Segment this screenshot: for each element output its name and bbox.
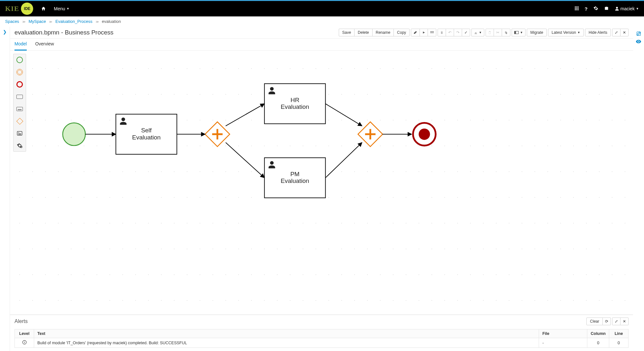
trash-icon[interactable] xyxy=(438,29,446,36)
edit-icon[interactable] xyxy=(633,31,644,37)
breadcrumb-current: evaluation xyxy=(102,19,121,24)
latest-version-button[interactable]: Latest Version▼ xyxy=(548,29,584,36)
palette-form-icon[interactable] xyxy=(16,130,23,137)
svg-rect-9 xyxy=(431,31,431,32)
svg-rect-11 xyxy=(433,31,433,32)
breadcrumb-link-myspace[interactable]: MySpace xyxy=(29,19,46,24)
flow-gateway-pm[interactable] xyxy=(226,143,264,178)
svg-point-26 xyxy=(21,147,22,147)
rename-button[interactable]: Rename xyxy=(372,29,394,36)
tab-model[interactable]: Model xyxy=(14,39,27,51)
svg-rect-7 xyxy=(576,9,577,10)
svg-rect-16 xyxy=(489,31,490,32)
svg-rect-3 xyxy=(575,8,576,9)
paste-icon[interactable] xyxy=(502,29,510,36)
alert-text: Build of module 'IT_Orders' (requested b… xyxy=(34,338,539,348)
alerts-close-icon[interactable]: ✕ xyxy=(620,318,629,325)
validate-icon[interactable]: ✓ xyxy=(462,29,470,36)
palette-end-event-icon[interactable] xyxy=(16,81,23,88)
alert-line: 0 xyxy=(609,338,629,348)
redo-icon[interactable]: ↷ xyxy=(454,29,462,36)
end-event[interactable] xyxy=(413,123,436,146)
breadcrumb-sep-icon: ≫ xyxy=(94,20,101,24)
copy-button[interactable]: Copy xyxy=(393,29,410,36)
alerts-title: Alerts xyxy=(14,318,28,324)
start-event[interactable] xyxy=(63,123,85,146)
clipboard-icon[interactable] xyxy=(486,29,494,36)
brand-logo[interactable]: KIE IDE xyxy=(5,3,33,15)
menu-label: Menu xyxy=(54,6,65,11)
migrate-button[interactable]: Migrate xyxy=(527,29,547,36)
flow-pm-join[interactable] xyxy=(326,143,362,178)
menu-dropdown[interactable]: Menu ▼ xyxy=(54,6,69,11)
alert-row[interactable]: Build of module 'IT_Orders' (requested b… xyxy=(15,338,629,348)
flow-gateway-hr[interactable] xyxy=(226,104,264,126)
cut-icon[interactable]: ✂ xyxy=(494,29,502,36)
palette-start-event-icon[interactable] xyxy=(16,57,23,63)
svg-rect-0 xyxy=(575,6,576,7)
palette-task-icon[interactable] xyxy=(16,95,23,99)
palette-gateway-icon[interactable] xyxy=(16,118,23,124)
view-mode-icon[interactable]: ▼ xyxy=(512,29,526,36)
navbar: KIE IDE Menu ▼ ? maciek ▼ xyxy=(0,1,644,16)
eraser-icon[interactable] xyxy=(411,29,420,36)
briefcase-icon[interactable] xyxy=(604,6,609,12)
page-title: evaluation.bpmn - Business Process xyxy=(14,29,113,36)
task-self-evaluation[interactable]: SelfEvaluation xyxy=(116,114,177,154)
home-icon[interactable] xyxy=(41,6,46,11)
breadcrumb-sep-icon: ≫ xyxy=(20,20,27,24)
info-icon xyxy=(15,338,34,348)
latest-version-label: Latest Version xyxy=(552,30,576,35)
palette xyxy=(13,54,26,152)
palette-intermediate-event-icon[interactable] xyxy=(16,69,23,75)
col-header-text: Text xyxy=(34,329,539,338)
close-icon[interactable]: ✕ xyxy=(620,29,629,36)
editor-toolbar: Save Delete Rename Copy ↶ ↷ ✓ ▼ xyxy=(339,29,629,36)
hide-alerts-button[interactable]: Hide Alerts xyxy=(585,29,611,36)
alerts-expand-icon[interactable]: ⤢ xyxy=(612,318,620,325)
palette-subprocess-icon[interactable] xyxy=(16,107,23,111)
breadcrumb-link-spaces[interactable]: Spaces xyxy=(5,19,19,24)
expand-icon[interactable]: ⤢ xyxy=(612,29,620,36)
flow-hr-join[interactable] xyxy=(326,104,362,126)
save-button[interactable]: Save xyxy=(339,29,355,36)
task-pm-evaluation[interactable]: PMEvaluation xyxy=(264,158,325,198)
col-header-level: Level xyxy=(15,329,34,338)
left-expand-icon[interactable]: ❯ xyxy=(3,29,7,34)
svg-rect-14 xyxy=(433,32,433,33)
alerts-table: Level Text File Column Line Build of mod… xyxy=(14,329,629,348)
delete-button[interactable]: Delete xyxy=(354,29,373,36)
tab-overview[interactable]: Overview xyxy=(35,39,54,50)
svg-rect-8 xyxy=(577,9,578,10)
svg-rect-6 xyxy=(575,9,576,10)
editor-tabs: Model Overview xyxy=(10,39,633,51)
col-header-column: Column xyxy=(587,329,609,338)
grid-icon[interactable] xyxy=(428,29,436,36)
user-menu[interactable]: maciek ▼ xyxy=(615,6,639,11)
svg-point-43 xyxy=(24,341,24,341)
task-hr-evaluation[interactable]: HREvaluation xyxy=(264,84,325,124)
alert-file: - xyxy=(539,338,587,348)
undo-icon[interactable]: ↶ xyxy=(446,29,454,36)
col-header-line: Line xyxy=(609,329,629,338)
apps-icon[interactable] xyxy=(574,6,579,12)
svg-rect-15 xyxy=(489,32,491,34)
svg-rect-20 xyxy=(515,31,516,34)
preview-eye-icon[interactable] xyxy=(633,39,644,44)
svg-point-40 xyxy=(419,128,430,140)
svg-rect-5 xyxy=(577,8,578,9)
breadcrumb-link-project[interactable]: Evaluation_Process xyxy=(55,19,92,24)
download-icon[interactable]: ▼ xyxy=(471,29,484,36)
svg-rect-4 xyxy=(576,8,577,9)
alerts-refresh-icon[interactable]: ⟳ xyxy=(602,318,611,325)
breadcrumb-sep-icon: ≫ xyxy=(47,20,54,24)
svg-rect-13 xyxy=(432,32,432,33)
help-icon[interactable]: ? xyxy=(585,6,588,12)
alerts-clear-button[interactable]: Clear xyxy=(586,318,603,325)
diagram-canvas[interactable]: SelfEvaluation HREvaluation xyxy=(10,51,633,315)
svg-rect-2 xyxy=(577,6,578,7)
palette-settings-icon[interactable] xyxy=(16,142,23,149)
play-icon[interactable] xyxy=(420,29,428,36)
brand-ide-badge: IDE xyxy=(21,3,33,15)
settings-gear-icon[interactable] xyxy=(593,6,598,12)
